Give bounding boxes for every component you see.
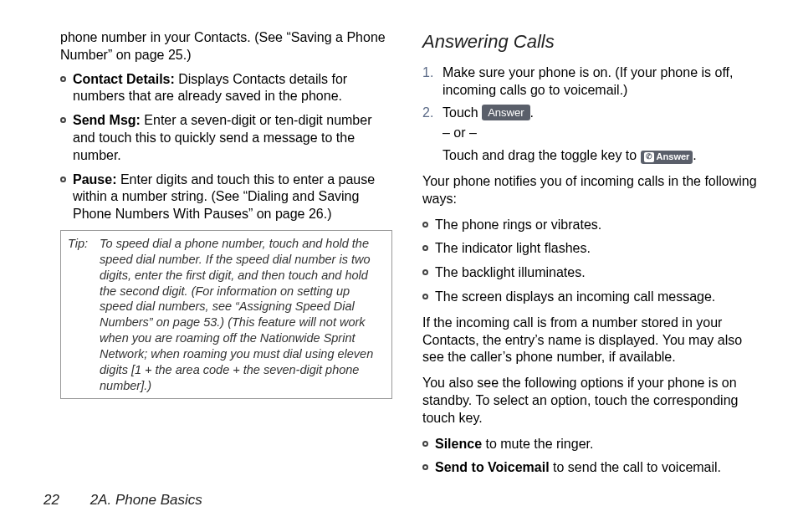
contacts-paragraph: If the incoming call is from a number st… xyxy=(422,315,758,366)
bullet-contact-details: Contact Details: Displays Contacts detai… xyxy=(60,71,396,106)
bullet-icon xyxy=(422,441,428,447)
left-column: phone number in your Contacts. (See “Sav… xyxy=(43,29,396,481)
bullet-icon xyxy=(422,464,428,470)
page-number: 22 xyxy=(43,492,59,508)
bullet-icon xyxy=(422,294,428,299)
step-2-suffix: . xyxy=(530,105,534,120)
bullet-icon xyxy=(60,117,66,123)
bullet-text: Contact Details: Displays Contacts detai… xyxy=(73,71,396,106)
list-item: The phone rings or vibrates. xyxy=(422,217,758,234)
bullet-text: Send to Voicemail to send the call to vo… xyxy=(435,459,758,477)
bullet-rest: Enter digits and touch this to enter a p… xyxy=(73,172,375,222)
toggle-prefix: Touch and drag the toggle key to xyxy=(442,148,641,162)
steps-list: 1. Make sure your phone is on. (If your … xyxy=(422,64,758,165)
tip-body: To speed dial a phone number, touch and … xyxy=(100,236,383,393)
step-2-prefix: Touch xyxy=(442,105,482,120)
toggle-suffix: . xyxy=(693,148,696,162)
bullet-text: Send Msg: Enter a seven-digit or ten-dig… xyxy=(73,112,396,164)
bullet-send-msg: Send Msg: Enter a seven-digit or ten-dig… xyxy=(60,112,396,164)
section-name: 2A. Phone Basics xyxy=(90,492,202,508)
toggle-instruction: Touch and drag the toggle key to ✆Answer… xyxy=(442,147,758,165)
bullet-bold: Send to Voicemail xyxy=(435,460,550,474)
list-item: The backlight illuminates. xyxy=(422,264,758,282)
right-column: Answering Calls 1. Make sure your phone … xyxy=(422,29,758,481)
answer-drag-icon: ✆Answer xyxy=(641,151,693,164)
intro-paragraph: phone number in your Contacts. (See “Sav… xyxy=(60,29,396,64)
page-content: phone number in your Contacts. (See “Sav… xyxy=(43,29,758,481)
bullet-bold: Pause: xyxy=(73,172,116,187)
standby-paragraph: You also see the following options if yo… xyxy=(422,375,758,427)
answer-button: Answer xyxy=(482,105,529,120)
notify-intro: Your phone notifies you of incoming call… xyxy=(422,173,758,208)
bullet-text: Silence to mute the ringer. xyxy=(435,436,758,453)
bullet-icon xyxy=(60,76,66,82)
bullet-bold: Silence xyxy=(435,437,482,451)
bullet-text: The backlight illuminates. xyxy=(435,264,758,282)
bullet-text: Pause: Enter digits and touch this to en… xyxy=(73,171,396,223)
bullet-icon xyxy=(422,269,428,275)
list-item: The screen displays an incoming call mes… xyxy=(422,289,758,306)
step-number: 1. xyxy=(422,64,433,82)
bullet-text: The phone rings or vibrates. xyxy=(435,217,758,234)
bullet-text: The screen displays an incoming call mes… xyxy=(435,289,758,306)
notify-bullets: The phone rings or vibrates. The indicat… xyxy=(422,217,758,306)
step-2: 2. Touch Answer. – or – Touch and drag t… xyxy=(439,105,758,165)
bullet-bold: Send Msg: xyxy=(73,113,141,127)
tip-label: Tip: xyxy=(68,236,96,252)
step-1: 1. Make sure your phone is on. (If your … xyxy=(439,64,758,100)
answer-icon-label: Answer xyxy=(657,152,690,161)
bullet-send-voicemail: Send to Voicemail to send the call to vo… xyxy=(422,459,758,477)
bullet-rest: to send the call to voicemail. xyxy=(550,460,721,474)
list-item: The indicator light flashes. xyxy=(422,240,758,258)
phone-icon: ✆ xyxy=(644,152,654,162)
bullet-bold: Contact Details: xyxy=(73,72,175,86)
section-heading: Answering Calls xyxy=(422,31,758,53)
bullet-text: The indicator light flashes. xyxy=(435,240,758,258)
bullet-rest: to mute the ringer. xyxy=(482,437,593,451)
page-footer: 22 2A. Phone Basics xyxy=(43,492,202,509)
tip-box: Tip: To speed dial a phone number, touch… xyxy=(60,230,392,399)
step-1-text: Make sure your phone is on. (If your pho… xyxy=(442,65,733,97)
step-number: 2. xyxy=(422,105,433,122)
bullet-pause: Pause: Enter digits and touch this to en… xyxy=(60,171,396,223)
bullet-icon xyxy=(422,245,428,251)
bullet-icon xyxy=(60,176,66,182)
bullet-icon xyxy=(422,222,428,228)
bullet-silence: Silence to mute the ringer. xyxy=(422,436,758,453)
or-text: – or – xyxy=(442,125,758,142)
option-bullets: Silence to mute the ringer. Send to Voic… xyxy=(422,436,758,478)
